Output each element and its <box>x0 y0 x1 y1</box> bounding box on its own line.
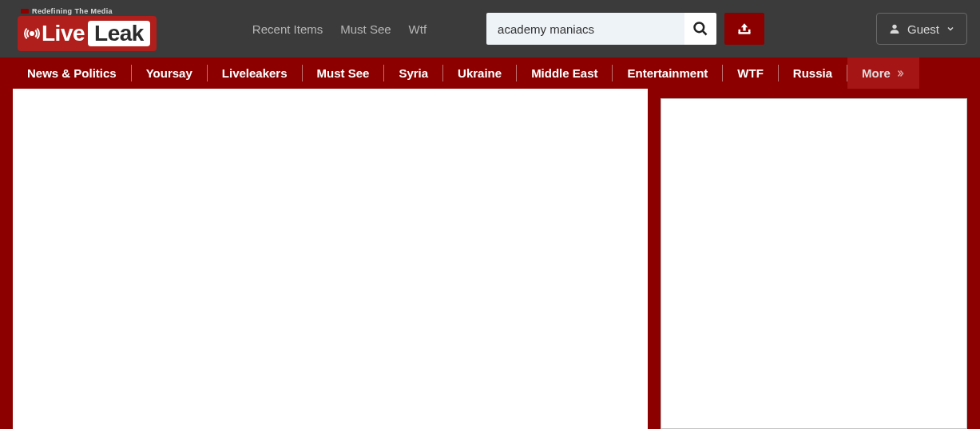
guest-button[interactable]: Guest <box>876 13 967 45</box>
top-link-wtf[interactable]: Wtf <box>409 22 427 36</box>
search-input[interactable] <box>486 13 684 45</box>
tagline: Redefining The Media <box>32 7 113 15</box>
nav-wtf[interactable]: WTF <box>723 58 777 89</box>
user-menu-wrap: Guest <box>876 13 967 45</box>
svg-rect-4 <box>748 30 751 33</box>
content-area <box>13 89 967 429</box>
main-panel <box>13 89 648 429</box>
guest-label: Guest <box>907 22 939 36</box>
topbar: Redefining The Media Live Leak Recent It… <box>0 0 980 58</box>
user-icon <box>888 22 901 35</box>
nav-entertainment[interactable]: Entertainment <box>613 58 722 89</box>
svg-rect-3 <box>739 30 741 33</box>
search-button[interactable] <box>684 13 716 45</box>
nav-more-label: More <box>862 66 891 80</box>
logo-text-live: Live <box>42 21 85 46</box>
nav-yoursay[interactable]: Yoursay <box>132 58 207 89</box>
nav-middle-east[interactable]: Middle East <box>517 58 612 89</box>
tagline-icon <box>21 9 29 14</box>
upload-button[interactable] <box>724 13 764 45</box>
main-nav: News & Politics Yoursay Liveleakers Must… <box>0 58 980 89</box>
svg-line-1 <box>703 31 707 35</box>
side-panel <box>661 98 967 429</box>
logo-text-leak: Leak <box>88 21 150 46</box>
top-link-must-see[interactable]: Must See <box>340 22 391 36</box>
broadcast-icon <box>24 26 40 42</box>
nav-more[interactable]: More <box>847 58 919 89</box>
logo[interactable]: Live Leak <box>18 16 157 51</box>
logo-area[interactable]: Redefining The Media Live Leak <box>18 7 157 51</box>
nav-must-see[interactable]: Must See <box>303 58 384 89</box>
top-links: Recent Items Must See Wtf <box>252 22 427 36</box>
svg-point-0 <box>695 23 704 33</box>
svg-point-5 <box>892 25 896 29</box>
nav-russia[interactable]: Russia <box>779 58 847 89</box>
top-link-recent-items[interactable]: Recent Items <box>252 22 323 36</box>
nav-liveleakers[interactable]: Liveleakers <box>208 58 302 89</box>
search-icon <box>692 21 708 37</box>
content-background <box>0 89 980 429</box>
nav-news-politics[interactable]: News & Politics <box>13 58 131 89</box>
chevron-right-double-icon <box>895 69 905 78</box>
search-form <box>486 13 764 45</box>
chevron-down-icon <box>946 24 955 34</box>
upload-icon <box>736 22 752 36</box>
nav-ukraine[interactable]: Ukraine <box>443 58 516 89</box>
nav-syria[interactable]: Syria <box>384 58 442 89</box>
